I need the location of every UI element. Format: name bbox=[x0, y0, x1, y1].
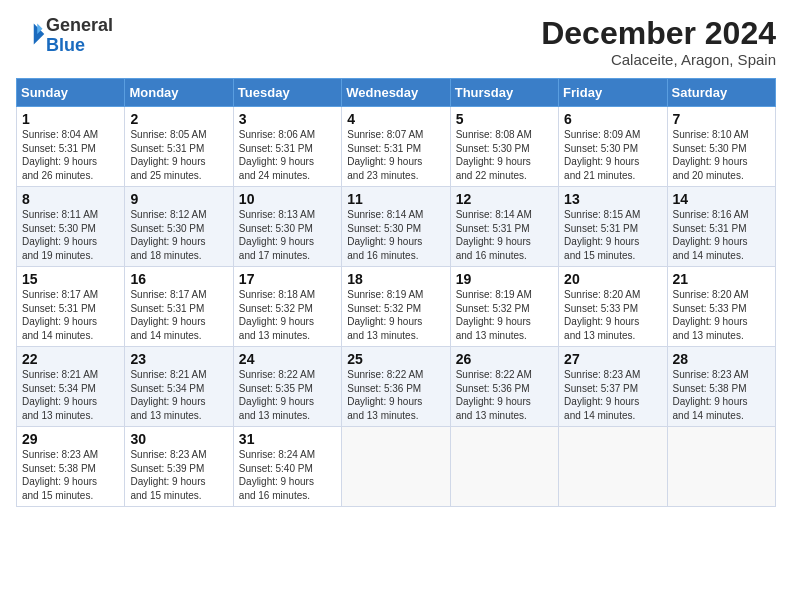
calendar-cell: 25Sunrise: 8:22 AM Sunset: 5:36 PM Dayli… bbox=[342, 347, 450, 427]
calendar-cell bbox=[450, 427, 558, 507]
cell-details: Sunrise: 8:12 AM Sunset: 5:30 PM Dayligh… bbox=[130, 208, 227, 262]
cell-details: Sunrise: 8:13 AM Sunset: 5:30 PM Dayligh… bbox=[239, 208, 336, 262]
cell-details: Sunrise: 8:09 AM Sunset: 5:30 PM Dayligh… bbox=[564, 128, 661, 182]
calendar-cell: 14Sunrise: 8:16 AM Sunset: 5:31 PM Dayli… bbox=[667, 187, 775, 267]
calendar-cell: 15Sunrise: 8:17 AM Sunset: 5:31 PM Dayli… bbox=[17, 267, 125, 347]
calendar-cell: 22Sunrise: 8:21 AM Sunset: 5:34 PM Dayli… bbox=[17, 347, 125, 427]
cell-details: Sunrise: 8:19 AM Sunset: 5:32 PM Dayligh… bbox=[456, 288, 553, 342]
day-number: 21 bbox=[673, 271, 770, 287]
calendar-cell bbox=[559, 427, 667, 507]
calendar-cell: 9Sunrise: 8:12 AM Sunset: 5:30 PM Daylig… bbox=[125, 187, 233, 267]
weekday-header-sunday: Sunday bbox=[17, 79, 125, 107]
calendar-cell: 18Sunrise: 8:19 AM Sunset: 5:32 PM Dayli… bbox=[342, 267, 450, 347]
day-number: 24 bbox=[239, 351, 336, 367]
day-number: 31 bbox=[239, 431, 336, 447]
day-number: 11 bbox=[347, 191, 444, 207]
weekday-header-wednesday: Wednesday bbox=[342, 79, 450, 107]
cell-details: Sunrise: 8:23 AM Sunset: 5:38 PM Dayligh… bbox=[673, 368, 770, 422]
day-number: 13 bbox=[564, 191, 661, 207]
logo-general: General bbox=[46, 15, 113, 35]
day-number: 16 bbox=[130, 271, 227, 287]
day-number: 2 bbox=[130, 111, 227, 127]
calendar-cell: 5Sunrise: 8:08 AM Sunset: 5:30 PM Daylig… bbox=[450, 107, 558, 187]
calendar-week-row: 8Sunrise: 8:11 AM Sunset: 5:30 PM Daylig… bbox=[17, 187, 776, 267]
cell-details: Sunrise: 8:16 AM Sunset: 5:31 PM Dayligh… bbox=[673, 208, 770, 262]
calendar-cell: 31Sunrise: 8:24 AM Sunset: 5:40 PM Dayli… bbox=[233, 427, 341, 507]
calendar-cell: 2Sunrise: 8:05 AM Sunset: 5:31 PM Daylig… bbox=[125, 107, 233, 187]
calendar-cell: 29Sunrise: 8:23 AM Sunset: 5:38 PM Dayli… bbox=[17, 427, 125, 507]
day-number: 25 bbox=[347, 351, 444, 367]
calendar-week-row: 22Sunrise: 8:21 AM Sunset: 5:34 PM Dayli… bbox=[17, 347, 776, 427]
calendar-cell: 11Sunrise: 8:14 AM Sunset: 5:30 PM Dayli… bbox=[342, 187, 450, 267]
day-number: 22 bbox=[22, 351, 119, 367]
weekday-header-thursday: Thursday bbox=[450, 79, 558, 107]
cell-details: Sunrise: 8:20 AM Sunset: 5:33 PM Dayligh… bbox=[564, 288, 661, 342]
calendar-table: SundayMondayTuesdayWednesdayThursdayFrid… bbox=[16, 78, 776, 507]
cell-details: Sunrise: 8:15 AM Sunset: 5:31 PM Dayligh… bbox=[564, 208, 661, 262]
weekday-header-friday: Friday bbox=[559, 79, 667, 107]
cell-details: Sunrise: 8:23 AM Sunset: 5:38 PM Dayligh… bbox=[22, 448, 119, 502]
weekday-header-monday: Monday bbox=[125, 79, 233, 107]
cell-details: Sunrise: 8:17 AM Sunset: 5:31 PM Dayligh… bbox=[130, 288, 227, 342]
day-number: 18 bbox=[347, 271, 444, 287]
calendar-cell: 27Sunrise: 8:23 AM Sunset: 5:37 PM Dayli… bbox=[559, 347, 667, 427]
weekday-header-saturday: Saturday bbox=[667, 79, 775, 107]
day-number: 15 bbox=[22, 271, 119, 287]
day-number: 4 bbox=[347, 111, 444, 127]
month-title: December 2024 bbox=[541, 16, 776, 51]
logo-icon bbox=[18, 20, 46, 48]
calendar-cell: 3Sunrise: 8:06 AM Sunset: 5:31 PM Daylig… bbox=[233, 107, 341, 187]
day-number: 7 bbox=[673, 111, 770, 127]
calendar-cell: 1Sunrise: 8:04 AM Sunset: 5:31 PM Daylig… bbox=[17, 107, 125, 187]
calendar-cell bbox=[667, 427, 775, 507]
weekday-header-tuesday: Tuesday bbox=[233, 79, 341, 107]
title-section: December 2024 Calaceite, Aragon, Spain bbox=[541, 16, 776, 68]
cell-details: Sunrise: 8:22 AM Sunset: 5:36 PM Dayligh… bbox=[456, 368, 553, 422]
day-number: 1 bbox=[22, 111, 119, 127]
day-number: 20 bbox=[564, 271, 661, 287]
day-number: 9 bbox=[130, 191, 227, 207]
header: General Blue December 2024 Calaceite, Ar… bbox=[16, 16, 776, 68]
calendar-cell: 19Sunrise: 8:19 AM Sunset: 5:32 PM Dayli… bbox=[450, 267, 558, 347]
cell-details: Sunrise: 8:24 AM Sunset: 5:40 PM Dayligh… bbox=[239, 448, 336, 502]
day-number: 3 bbox=[239, 111, 336, 127]
day-number: 6 bbox=[564, 111, 661, 127]
cell-details: Sunrise: 8:18 AM Sunset: 5:32 PM Dayligh… bbox=[239, 288, 336, 342]
calendar-cell: 10Sunrise: 8:13 AM Sunset: 5:30 PM Dayli… bbox=[233, 187, 341, 267]
cell-details: Sunrise: 8:22 AM Sunset: 5:35 PM Dayligh… bbox=[239, 368, 336, 422]
calendar-cell: 20Sunrise: 8:20 AM Sunset: 5:33 PM Dayli… bbox=[559, 267, 667, 347]
calendar-cell bbox=[342, 427, 450, 507]
cell-details: Sunrise: 8:08 AM Sunset: 5:30 PM Dayligh… bbox=[456, 128, 553, 182]
main-container: General Blue December 2024 Calaceite, Ar… bbox=[0, 0, 792, 515]
cell-details: Sunrise: 8:23 AM Sunset: 5:37 PM Dayligh… bbox=[564, 368, 661, 422]
calendar-week-row: 15Sunrise: 8:17 AM Sunset: 5:31 PM Dayli… bbox=[17, 267, 776, 347]
calendar-week-row: 29Sunrise: 8:23 AM Sunset: 5:38 PM Dayli… bbox=[17, 427, 776, 507]
calendar-cell: 24Sunrise: 8:22 AM Sunset: 5:35 PM Dayli… bbox=[233, 347, 341, 427]
cell-details: Sunrise: 8:14 AM Sunset: 5:30 PM Dayligh… bbox=[347, 208, 444, 262]
calendar-cell: 13Sunrise: 8:15 AM Sunset: 5:31 PM Dayli… bbox=[559, 187, 667, 267]
logo-text: General Blue bbox=[46, 16, 113, 56]
day-number: 26 bbox=[456, 351, 553, 367]
calendar-cell: 30Sunrise: 8:23 AM Sunset: 5:39 PM Dayli… bbox=[125, 427, 233, 507]
day-number: 29 bbox=[22, 431, 119, 447]
logo: General Blue bbox=[16, 16, 113, 56]
calendar-week-row: 1Sunrise: 8:04 AM Sunset: 5:31 PM Daylig… bbox=[17, 107, 776, 187]
calendar-cell: 12Sunrise: 8:14 AM Sunset: 5:31 PM Dayli… bbox=[450, 187, 558, 267]
cell-details: Sunrise: 8:07 AM Sunset: 5:31 PM Dayligh… bbox=[347, 128, 444, 182]
day-number: 12 bbox=[456, 191, 553, 207]
calendar-cell: 26Sunrise: 8:22 AM Sunset: 5:36 PM Dayli… bbox=[450, 347, 558, 427]
day-number: 5 bbox=[456, 111, 553, 127]
calendar-cell: 17Sunrise: 8:18 AM Sunset: 5:32 PM Dayli… bbox=[233, 267, 341, 347]
calendar-cell: 21Sunrise: 8:20 AM Sunset: 5:33 PM Dayli… bbox=[667, 267, 775, 347]
calendar-cell: 8Sunrise: 8:11 AM Sunset: 5:30 PM Daylig… bbox=[17, 187, 125, 267]
day-number: 17 bbox=[239, 271, 336, 287]
day-number: 19 bbox=[456, 271, 553, 287]
cell-details: Sunrise: 8:17 AM Sunset: 5:31 PM Dayligh… bbox=[22, 288, 119, 342]
cell-details: Sunrise: 8:22 AM Sunset: 5:36 PM Dayligh… bbox=[347, 368, 444, 422]
calendar-cell: 6Sunrise: 8:09 AM Sunset: 5:30 PM Daylig… bbox=[559, 107, 667, 187]
cell-details: Sunrise: 8:21 AM Sunset: 5:34 PM Dayligh… bbox=[22, 368, 119, 422]
cell-details: Sunrise: 8:14 AM Sunset: 5:31 PM Dayligh… bbox=[456, 208, 553, 262]
cell-details: Sunrise: 8:23 AM Sunset: 5:39 PM Dayligh… bbox=[130, 448, 227, 502]
day-number: 28 bbox=[673, 351, 770, 367]
day-number: 8 bbox=[22, 191, 119, 207]
